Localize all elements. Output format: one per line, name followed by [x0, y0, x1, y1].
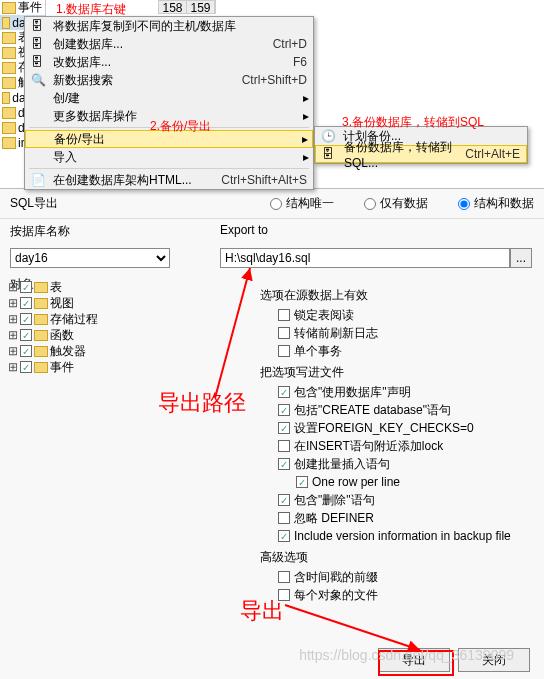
checkbox[interactable] — [20, 361, 32, 373]
checkbox[interactable] — [278, 512, 290, 524]
obj-triggers[interactable]: ⊞触发器 — [8, 343, 148, 359]
expand-icon[interactable]: ⊞ — [8, 360, 18, 374]
checkbox[interactable] — [278, 458, 290, 470]
obj-procs[interactable]: ⊞存储过程 — [8, 311, 148, 327]
opt-label: 含时间戳的前缀 — [294, 569, 378, 586]
opt-version-info[interactable]: Include version information in backup fi… — [260, 527, 532, 545]
folder-icon — [2, 107, 16, 119]
expand-icon[interactable]: ⊞ — [8, 328, 18, 342]
menu-label: 创/建 — [53, 90, 80, 107]
radio-input[interactable] — [364, 198, 376, 210]
checkbox[interactable] — [278, 386, 290, 398]
browse-button[interactable]: ... — [510, 248, 532, 268]
opt-create-db[interactable]: 包括"CREATE database"语句 — [260, 401, 532, 419]
submenu-dump-sql[interactable]: 🗄备份数据库，转储到SQL...Ctrl+Alt+E — [315, 145, 527, 163]
radio-input[interactable] — [270, 198, 282, 210]
group-file-opts: 把选项写进文件 — [260, 364, 532, 381]
menu-alter-db[interactable]: 🗄改数据库...F6 — [25, 53, 313, 71]
opt-flush-logs[interactable]: 转储前刷新日志 — [260, 324, 532, 342]
checkbox[interactable] — [20, 345, 32, 357]
db-icon: 🗄 — [322, 147, 336, 161]
folder-icon — [2, 47, 16, 59]
menu-search[interactable]: 🔍新数据搜索Ctrl+Shift+D — [25, 71, 313, 89]
checkbox[interactable] — [278, 494, 290, 506]
menu-label: 导入 — [53, 149, 77, 166]
menu-separator — [29, 168, 309, 169]
folder-icon — [2, 92, 10, 104]
checkbox[interactable] — [278, 440, 290, 452]
checkbox[interactable] — [20, 297, 32, 309]
folder-icon — [2, 122, 16, 134]
opt-lock-insert[interactable]: 在INSERT语句附近添加lock — [260, 437, 532, 455]
obj-tables[interactable]: ⊞表 — [8, 279, 148, 295]
export-path-input[interactable] — [220, 248, 510, 268]
opt-bulk-insert[interactable]: 创建批量插入语句 — [260, 455, 532, 473]
opt-label: 设置FOREIGN_KEY_CHECKS=0 — [294, 420, 474, 437]
expand-icon[interactable]: ⊞ — [8, 280, 18, 294]
opt-fk-checks[interactable]: 设置FOREIGN_KEY_CHECKS=0 — [260, 419, 532, 437]
opt-label: 在INSERT语句附近添加lock — [294, 438, 443, 455]
menu-label: 备份/导出 — [54, 131, 105, 148]
obj-label: 事件 — [50, 359, 74, 376]
checkbox[interactable] — [278, 309, 290, 321]
opt-ignore-definer[interactable]: 忽略 DEFINER — [260, 509, 532, 527]
obj-views[interactable]: ⊞视图 — [8, 295, 148, 311]
checkbox[interactable] — [278, 404, 290, 416]
opt-one-row[interactable]: One row per line — [260, 473, 532, 491]
context-menu: 🗄将数据库复制到不同的主机/数据库 🗄创建数据库...Ctrl+D 🗄改数据库.… — [24, 16, 314, 190]
tree-label: 事件 — [18, 0, 42, 16]
opt-label: 包含"使用数据库"声明 — [294, 384, 411, 401]
checkbox[interactable] — [278, 422, 290, 434]
folder-icon — [2, 32, 16, 44]
menu-backup-export[interactable]: 备份/导出 — [25, 130, 313, 148]
radio-input[interactable] — [458, 198, 470, 210]
expand-icon[interactable]: ⊞ — [8, 296, 18, 310]
opt-lock-tables[interactable]: 锁定表阅读 — [260, 306, 532, 324]
db-select[interactable]: day16 — [10, 248, 170, 268]
checkbox[interactable] — [278, 571, 290, 583]
checkbox[interactable] — [278, 530, 290, 542]
folder-icon — [34, 346, 48, 357]
menu-import[interactable]: 导入 — [25, 148, 313, 166]
opt-label: 单个事务 — [294, 343, 342, 360]
menu-label: 创建数据库... — [53, 36, 123, 53]
menu-separator — [29, 127, 309, 128]
radio-label: 结构唯一 — [286, 195, 334, 212]
radio-structure-only[interactable]: 结构唯一 — [270, 195, 334, 212]
menu-create-db[interactable]: 🗄创建数据库...Ctrl+D — [25, 35, 313, 53]
menu-copy-db[interactable]: 🗄将数据库复制到不同的主机/数据库 — [25, 17, 313, 35]
db-icon: 🗄 — [31, 55, 45, 69]
expand-icon[interactable]: ⊞ — [8, 312, 18, 326]
opt-timestamp-prefix[interactable]: 含时间戳的前缀 — [260, 568, 532, 586]
menu-html-schema[interactable]: 📄在创建数据库架构HTML...Ctrl+Shift+Alt+S — [25, 171, 313, 189]
opt-label: 忽略 DEFINER — [294, 510, 374, 527]
checkbox[interactable] — [20, 281, 32, 293]
opt-drop[interactable]: 包含"删除"语句 — [260, 491, 532, 509]
expand-icon[interactable]: ⊞ — [8, 344, 18, 358]
checkbox[interactable] — [278, 327, 290, 339]
opt-single-tx[interactable]: 单个事务 — [260, 342, 532, 360]
opt-label: 锁定表阅读 — [294, 307, 354, 324]
obj-events[interactable]: ⊞事件 — [8, 359, 148, 375]
menu-more-ops[interactable]: 更多数据库操作 — [25, 107, 313, 125]
opt-label: 包含"删除"语句 — [294, 492, 375, 509]
checkbox[interactable] — [278, 345, 290, 357]
opt-file-per-obj[interactable]: 每个对象的文件 — [260, 586, 532, 604]
checkbox[interactable] — [278, 589, 290, 601]
opt-label: 包括"CREATE database"语句 — [294, 402, 451, 419]
checkbox[interactable] — [296, 476, 308, 488]
folder-icon — [2, 17, 10, 29]
shortcut: Ctrl+Alt+E — [465, 147, 520, 161]
obj-funcs[interactable]: ⊞函数 — [8, 327, 148, 343]
radio-data-only[interactable]: 仅有数据 — [364, 195, 428, 212]
shortcut: Ctrl+Shift+D — [242, 73, 307, 87]
menu-label: 改数据库... — [53, 54, 111, 71]
checkbox[interactable] — [20, 329, 32, 341]
opt-use-db[interactable]: 包含"使用数据库"声明 — [260, 383, 532, 401]
checkbox[interactable] — [20, 313, 32, 325]
radio-structure-data[interactable]: 结构和数据 — [458, 195, 534, 212]
shortcut: Ctrl+D — [273, 37, 307, 51]
radio-label: 结构和数据 — [474, 195, 534, 212]
menu-create[interactable]: 创/建 — [25, 89, 313, 107]
tree-item[interactable]: 事件 — [0, 0, 45, 15]
